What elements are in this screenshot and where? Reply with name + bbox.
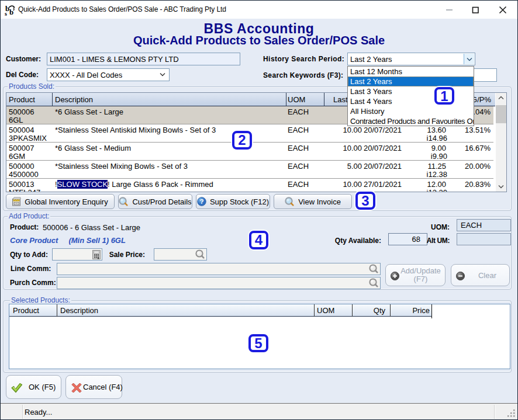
svg-text:?: ?: [200, 198, 204, 205]
svg-text:b: b: [9, 8, 13, 16]
svg-text:s: s: [5, 11, 7, 16]
